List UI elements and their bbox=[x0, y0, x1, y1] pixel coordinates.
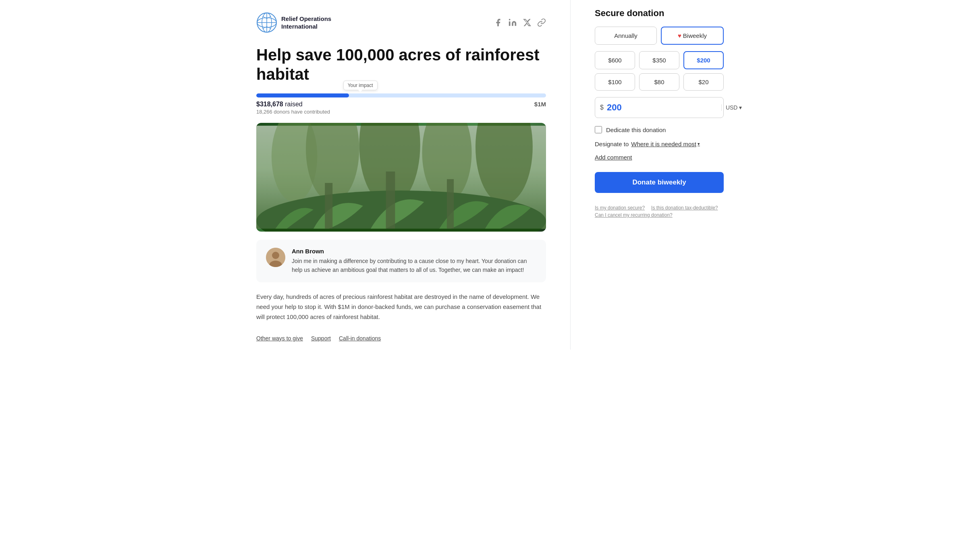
custom-amount-input[interactable] bbox=[607, 102, 721, 113]
annually-button[interactable]: Annually bbox=[595, 27, 657, 45]
facebook-icon[interactable] bbox=[494, 18, 502, 27]
faq-links: Is my donation secure? Is this donation … bbox=[595, 205, 724, 218]
frequency-buttons: Annually ♥Biweekly bbox=[595, 27, 724, 45]
other-ways-link[interactable]: Other ways to give bbox=[256, 335, 303, 342]
currency-symbol: $ bbox=[600, 104, 604, 111]
custom-amount-wrapper: $ USD ▾ bbox=[595, 97, 724, 118]
call-in-link[interactable]: Call-in donations bbox=[339, 335, 381, 342]
amount-200[interactable]: $200 bbox=[683, 51, 724, 69]
progress-goal: $1M bbox=[534, 101, 546, 108]
footer-links: Other ways to give Support Call-in donat… bbox=[256, 334, 546, 342]
org-brand: Relief Operations International bbox=[256, 12, 331, 33]
dedicate-label: Dedicate this donation bbox=[606, 126, 666, 133]
amount-80[interactable]: $80 bbox=[639, 73, 679, 91]
your-impact-tooltip: Your impact bbox=[343, 81, 378, 90]
twitter-icon[interactable] bbox=[523, 18, 532, 27]
org-header: Relief Operations International bbox=[256, 8, 546, 33]
amount-grid: $600 $350 $200 $100 $80 $20 bbox=[595, 51, 724, 91]
amount-20[interactable]: $20 bbox=[683, 73, 724, 91]
biweekly-button[interactable]: ♥Biweekly bbox=[661, 27, 724, 45]
svg-point-6 bbox=[509, 19, 511, 21]
support-link[interactable]: Support bbox=[311, 335, 331, 342]
donors-text: 18,266 donors have contributed bbox=[256, 109, 330, 115]
avatar bbox=[266, 248, 285, 267]
progress-labels: $318,678 raised 18,266 donors have contr… bbox=[256, 101, 546, 115]
amount-100[interactable]: $100 bbox=[595, 73, 635, 91]
donation-panel: Secure donation Annually ♥Biweekly $600 … bbox=[595, 0, 724, 350]
amount-raised-text: $318,678 raised bbox=[256, 101, 330, 108]
designate-row: Designate to Where it is needed most ▾ bbox=[595, 141, 724, 147]
panel-divider bbox=[570, 0, 571, 350]
secure-donation-title: Secure donation bbox=[595, 8, 724, 19]
progress-bar-container bbox=[256, 93, 546, 97]
svg-point-20 bbox=[272, 252, 279, 259]
campaign-image bbox=[256, 123, 546, 232]
linkedin-icon[interactable] bbox=[508, 18, 517, 27]
faq-cancel-link[interactable]: Can I cancel my recurring donation? bbox=[595, 212, 673, 218]
testimonial-text: Join me in making a difference by contri… bbox=[292, 257, 536, 274]
chevron-down-icon: ▾ bbox=[739, 104, 742, 111]
svg-rect-18 bbox=[256, 126, 546, 228]
donate-button[interactable]: Donate biweekly bbox=[595, 172, 724, 193]
progress-bar-fill bbox=[256, 93, 349, 97]
testimonial-author: Ann Brown bbox=[292, 248, 536, 255]
faq-tax-link[interactable]: Is this donation tax-deductible? bbox=[651, 205, 718, 211]
campaign-title: Help save 100,000 acres of rainforest ha… bbox=[256, 45, 546, 84]
heart-icon: ♥ bbox=[678, 32, 681, 39]
dedicate-row: Dedicate this donation bbox=[595, 126, 724, 133]
org-logo-icon bbox=[256, 12, 277, 33]
designate-chevron-icon: ▾ bbox=[698, 141, 700, 147]
designate-link[interactable]: Where it is needed most ▾ bbox=[631, 141, 700, 147]
org-name: Relief Operations International bbox=[281, 15, 331, 31]
faq-secure-link[interactable]: Is my donation secure? bbox=[595, 205, 645, 211]
currency-selector[interactable]: USD ▾ bbox=[721, 104, 742, 111]
campaign-description: Every day, hundreds of acres of precious… bbox=[256, 292, 546, 322]
add-comment-link[interactable]: Add comment bbox=[595, 154, 724, 161]
faq-row-2: Can I cancel my recurring donation? bbox=[595, 212, 724, 218]
testimonial-card: Ann Brown Join me in making a difference… bbox=[256, 240, 546, 282]
amount-350[interactable]: $350 bbox=[639, 51, 679, 69]
testimonial-content: Ann Brown Join me in making a difference… bbox=[292, 248, 536, 274]
faq-row-1: Is my donation secure? Is this donation … bbox=[595, 205, 724, 211]
social-icons bbox=[494, 18, 546, 27]
copy-link-icon[interactable] bbox=[537, 18, 546, 27]
progress-section: Your impact $318,678 raised 18,266 donor… bbox=[256, 93, 546, 115]
svg-rect-5 bbox=[509, 21, 511, 26]
dedicate-checkbox[interactable] bbox=[595, 126, 602, 133]
designate-prefix: Designate to bbox=[595, 141, 629, 147]
amount-600[interactable]: $600 bbox=[595, 51, 635, 69]
